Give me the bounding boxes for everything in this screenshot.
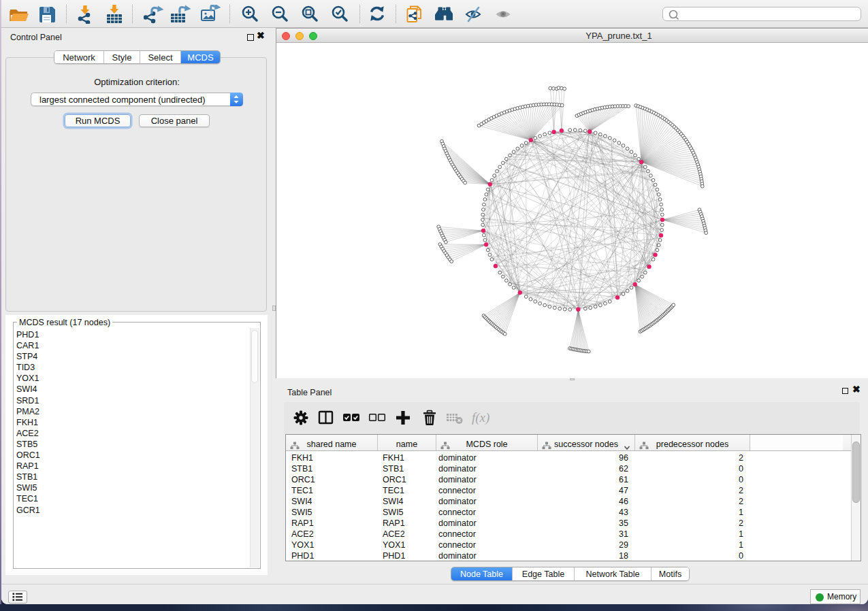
svg-text:f(x): f(x) (472, 410, 489, 425)
